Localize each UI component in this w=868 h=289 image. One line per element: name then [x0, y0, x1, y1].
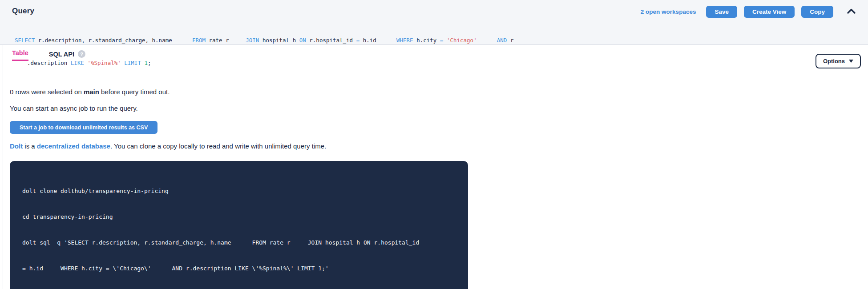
timeout-message-suffix: before query timed out.	[99, 88, 170, 96]
timeout-message: 0 rows were selected on main before quer…	[10, 88, 858, 96]
dolt-hint-suffix: . You can clone a copy locally to read a…	[110, 142, 326, 150]
sql-line-2: .description LIKE '%Spinal%' LIMIT 1;	[15, 59, 858, 67]
create-view-button[interactable]: Create View	[744, 6, 795, 18]
chevron-down-icon	[849, 60, 853, 63]
dolt-clone-code-block: dolt clone dolthub/transparency-in-prici…	[10, 161, 468, 289]
results-content: 0 rows were selected on main before quer…	[0, 88, 868, 289]
start-csv-job-button[interactable]: Start a job to download unlimited result…	[10, 121, 157, 134]
code-line: cd transparency-in-pricing	[22, 211, 456, 223]
dolt-link[interactable]: Dolt	[10, 142, 23, 150]
query-header: Query SELECT r.description, r.standard_c…	[0, 0, 868, 45]
save-button[interactable]: Save	[706, 6, 737, 18]
code-line: = h.id WHERE h.city = \'Chicago\' AND r.…	[22, 262, 456, 275]
dolt-clone-hint: Dolt is a decentralized database. You ca…	[10, 142, 858, 150]
sql-line-1: SELECT r.description, r.standard_charge,…	[15, 36, 858, 44]
sql-query-editor[interactable]: SELECT r.description, r.standard_charge,…	[12, 21, 858, 82]
header-controls: 2 open workspaces Save Create View Copy	[641, 6, 857, 18]
collapse-query-button[interactable]	[845, 7, 857, 17]
code-line: dolt clone dolthub/transparency-in-prici…	[22, 185, 456, 197]
dolt-hint-mid: is a	[23, 142, 37, 150]
decentralized-database-link[interactable]: decentralized database	[37, 142, 110, 150]
async-job-hint: You can start an async job to run the qu…	[10, 104, 858, 113]
chevron-up-icon	[847, 8, 856, 15]
options-dropdown-button[interactable]: Options	[816, 54, 861, 68]
timeout-message-prefix: 0 rows were selected on	[10, 88, 84, 96]
code-line: dolt sql -q 'SELECT r.description, r.sta…	[22, 237, 456, 249]
branch-name: main	[84, 88, 99, 96]
options-label: Options	[823, 58, 845, 64]
open-workspaces-link[interactable]: 2 open workspaces	[641, 8, 696, 15]
copy-button[interactable]: Copy	[801, 6, 833, 18]
